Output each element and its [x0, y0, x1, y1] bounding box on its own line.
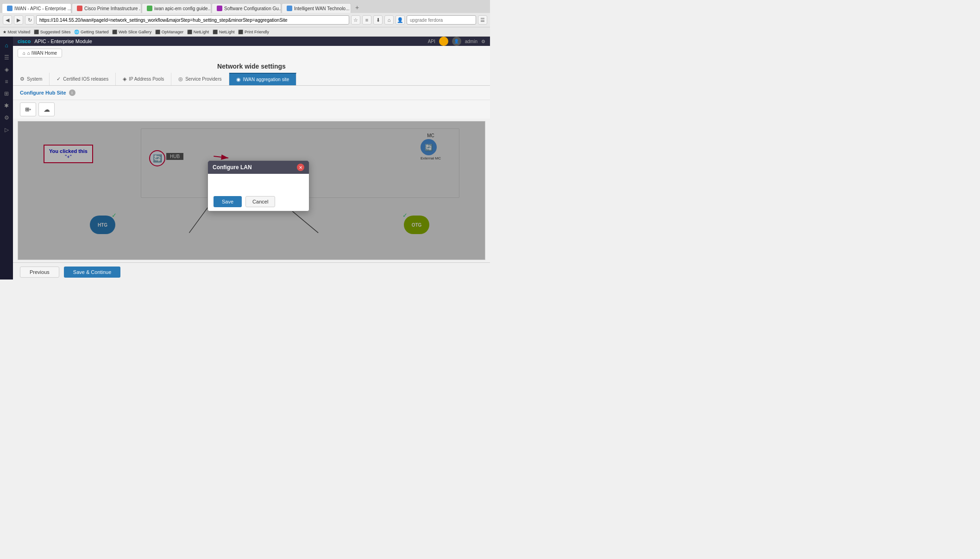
- diagram-area: You clicked this "+" 🔄 HUB MC 🔄 External…: [18, 121, 485, 260]
- sidebar-icon-network[interactable]: ◈: [0, 64, 13, 75]
- app-container: ⌂ ☰ ◈ ≡ ⊞ ✱ ⚙ ▷ cisco APIC - Enterprise …: [0, 37, 490, 280]
- iwan-aggregation-tab-icon: ◉: [236, 76, 241, 83]
- bookmark-netlight-2[interactable]: ⬛ NetLight: [213, 30, 234, 34]
- tab-favicon-4: [217, 6, 222, 11]
- tab-label-2: Cisco Prime Infrastructure ...: [84, 6, 141, 11]
- user-avatar-grey[interactable]: 👤: [452, 37, 461, 46]
- tabs-bar: ⚙ System ✓ Certified IOS releases ◈ IP A…: [13, 73, 490, 86]
- bookmark-suggested[interactable]: ⬛ Suggested Sites: [34, 30, 70, 34]
- sidebar-icon-layers[interactable]: ≡: [0, 76, 13, 87]
- browser-tab-2[interactable]: Cisco Prime Infrastructure ... ✕: [72, 3, 141, 13]
- tab-iwan-aggregation[interactable]: ◉ IWAN aggregation site: [229, 73, 297, 85]
- home-nav-button[interactable]: ⌂: [384, 15, 394, 25]
- system-tab-icon: ⚙: [20, 76, 25, 82]
- page-title-bar: Network wide settings: [13, 60, 490, 73]
- settings-icon[interactable]: ⚙: [481, 39, 485, 44]
- bookmark-star[interactable]: ☆: [351, 15, 360, 25]
- tab-label-4: Software Configuration Gu...: [224, 6, 281, 11]
- sidebar-icon-tools[interactable]: ⚙: [0, 113, 13, 123]
- dialog-close-button[interactable]: ✕: [297, 164, 304, 171]
- tab-certified-ios[interactable]: ✓ Certified IOS releases: [50, 73, 116, 85]
- refresh-button[interactable]: ↻: [25, 15, 34, 25]
- sidebar-icon-menu[interactable]: ☰: [0, 52, 13, 63]
- bottom-bar: Previous Save & Continue: [13, 262, 490, 280]
- tab-certified-ios-label: Certified IOS releases: [63, 76, 108, 82]
- browser-tab-1[interactable]: IWAN - APIC - Enterprise ... ✕: [2, 3, 71, 13]
- back-button[interactable]: ◀: [3, 15, 12, 25]
- tab-ip-pools-label: IP Address Pools: [129, 76, 164, 82]
- api-button[interactable]: API: [428, 39, 435, 44]
- bookmarks-bar: ★ Most Visited ⬛ Suggested Sites 🌐 Getti…: [0, 27, 490, 36]
- dialog-header: Configure LAN ✕: [208, 161, 309, 174]
- tab-label-1: IWAN - APIC - Enterprise ...: [14, 6, 71, 11]
- bookmark-opmanager[interactable]: ⬛ OpManager: [155, 30, 183, 34]
- add-hub-button[interactable]: ⊞+: [20, 102, 36, 116]
- browser-chrome: IWAN - APIC - Enterprise ... ✕ Cisco Pri…: [0, 0, 490, 37]
- reader-view[interactable]: ≡: [362, 15, 371, 25]
- menu-button[interactable]: ☰: [478, 15, 487, 25]
- top-bar: cisco APIC - Enterprise Module API 👤 adm…: [13, 37, 490, 46]
- previous-button[interactable]: Previous: [20, 267, 59, 278]
- dialog-save-button[interactable]: Save: [214, 196, 242, 207]
- tab-label-3: iwan apic-em config guide...: [154, 6, 211, 11]
- page-title: Network wide settings: [217, 63, 286, 70]
- home-icon: ⌂: [23, 51, 25, 56]
- tab-favicon-3: [147, 6, 152, 11]
- sidebar-icon-home[interactable]: ⌂: [0, 40, 13, 51]
- browser-tab-4[interactable]: Software Configuration Gu... ✕: [212, 3, 281, 13]
- top-bar-right: API 👤 admin ⚙: [428, 37, 485, 46]
- tab-label-5: Intelligent WAN Technolo...: [294, 6, 350, 11]
- admin-label: admin: [465, 39, 477, 44]
- address-input[interactable]: [36, 15, 349, 25]
- home-bar: ⌂ ⌂ IWAN Home: [13, 46, 490, 60]
- tab-ip-address-pools[interactable]: ◈ IP Address Pools: [116, 73, 171, 85]
- browser-tab-3[interactable]: iwan apic-em config guide... ✕: [142, 3, 211, 13]
- sidebar-icon-arrow[interactable]: ▷: [0, 125, 13, 135]
- ip-pools-tab-icon: ◈: [123, 76, 126, 82]
- bookmark-print-friendly[interactable]: ⬛ Print Friendly: [238, 30, 269, 34]
- add-cloud-button[interactable]: ☁: [38, 102, 55, 116]
- cisco-logo: cisco: [18, 38, 31, 44]
- new-tab-button[interactable]: +: [352, 2, 363, 13]
- iwan-home-button[interactable]: ⌂ ⌂ IWAN Home: [18, 49, 62, 57]
- dialog-footer: Save Cancel: [208, 192, 309, 211]
- info-icon[interactable]: i: [69, 89, 75, 96]
- tab-favicon-2: [77, 6, 82, 11]
- bookmark-web-slice[interactable]: ⬛ Web Slice Gallery: [112, 30, 151, 34]
- bookmark-most-visited[interactable]: ★ Most Visited: [3, 30, 30, 34]
- bookmark-getting-started[interactable]: 🌐 Getting Started: [74, 30, 108, 34]
- certified-ios-tab-icon: ✓: [57, 76, 61, 82]
- dialog-cancel-button[interactable]: Cancel: [245, 196, 275, 207]
- dialog-title: Configure LAN: [213, 164, 252, 171]
- bookmark-netlight-1[interactable]: ⬛ NetLight: [187, 30, 209, 34]
- user-avatar-yellow[interactable]: [439, 37, 448, 46]
- dialog-overlay: Configure LAN ✕ Save Cancel: [18, 121, 485, 260]
- tab-bar: IWAN - APIC - Enterprise ... ✕ Cisco Pri…: [0, 0, 490, 13]
- tab-favicon-5: [287, 6, 292, 11]
- search-input[interactable]: [407, 15, 476, 25]
- tab-service-providers[interactable]: ◎ Service Providers: [171, 73, 229, 85]
- app-title: APIC - Enterprise Module: [34, 38, 92, 44]
- sidebar-icon-config[interactable]: ✱: [0, 101, 13, 111]
- service-providers-tab-icon: ◎: [178, 76, 183, 82]
- toolbar: ⊞+ ☁: [13, 100, 490, 119]
- sidebar-icon-grid[interactable]: ⊞: [0, 89, 13, 99]
- left-sidebar: ⌂ ☰ ◈ ≡ ⊞ ✱ ⚙ ▷: [0, 37, 13, 280]
- save-continue-button[interactable]: Save & Continue: [64, 267, 121, 278]
- address-bar-row: ◀ ▶ ↻ ☆ ≡ ⬇ ⌂ 👤 ☰: [0, 13, 490, 27]
- configure-lan-dialog: Configure LAN ✕ Save Cancel: [207, 160, 309, 211]
- main-content: cisco APIC - Enterprise Module API 👤 adm…: [13, 37, 490, 280]
- browser-tab-5[interactable]: Intelligent WAN Technolo... ✕: [282, 3, 351, 13]
- account-button[interactable]: 👤: [396, 15, 405, 25]
- tab-system[interactable]: ⚙ System: [13, 73, 50, 85]
- dialog-body: [208, 174, 309, 192]
- configure-area: Configure Hub Site i: [13, 86, 490, 100]
- configure-hub-title[interactable]: Configure Hub Site: [20, 90, 66, 95]
- forward-button[interactable]: ▶: [14, 15, 23, 25]
- tab-favicon-1: [7, 6, 13, 11]
- tab-service-providers-label: Service Providers: [185, 76, 221, 82]
- download-button[interactable]: ⬇: [373, 15, 383, 25]
- tab-iwan-aggregation-label: IWAN aggregation site: [243, 77, 289, 82]
- tab-system-label: System: [27, 76, 42, 82]
